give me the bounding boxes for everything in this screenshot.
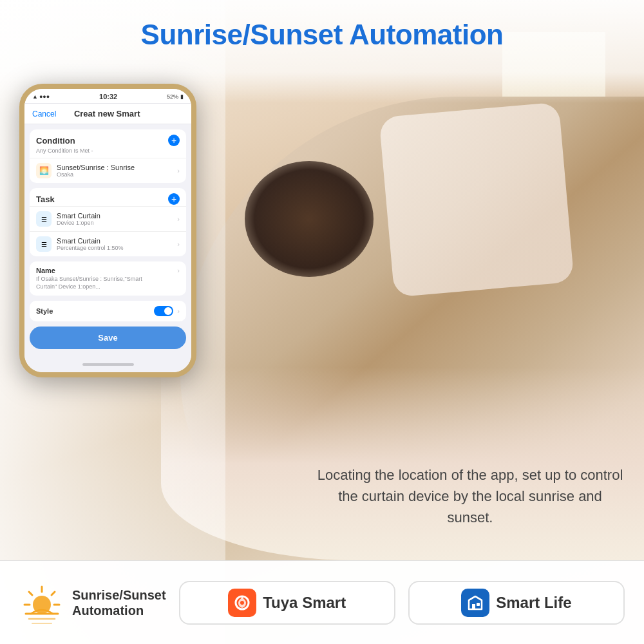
task-row-2-main: Smart Curtain [57,237,172,245]
style-chevron-icon: › [177,307,180,315]
condition-chevron-icon: › [177,167,180,175]
name-value: If Osaka Sunset/Sunrise : Sunrise,"Smart… [36,276,146,290]
phone-home-indicator [24,359,191,372]
condition-section: Condition + Any Condition Is Met - 🌅 Sun… [30,129,186,183]
phone-battery: 52% ▮ [167,93,184,100]
svg-line-2 [52,592,55,595]
page-title: Sunrise/Sunset Automation [0,13,644,57]
phone-status-bar: ▲●●● 10:32 52% ▮ [24,89,191,104]
tuya-smart-badge[interactable]: Tuya Smart [179,581,395,625]
name-section: Name If Osaka Sunset/Sunrise : Sunrise,"… [30,261,186,296]
task-row-1-main: Smart Curtain [57,212,172,220]
sunrise-automation-badge: Sunrise/Sunset Automation [19,580,166,625]
task-row-2-text: Smart Curtain Percentage control 1:50% [57,237,172,251]
task-add-button[interactable]: + [168,193,180,205]
task-title: Task [36,194,55,204]
phone-content: Condition + Any Condition Is Met - 🌅 Sun… [24,124,191,359]
task-row-1[interactable]: ☰ Smart Curtain Device 1:open › [30,206,186,231]
sunrise-condition-icon: 🌅 [36,163,52,178]
phone-time: 10:32 [50,93,167,100]
curtain-task-icon-2: ☰ [36,236,52,252]
home-bar [82,363,134,366]
condition-title: Condition [36,136,75,146]
condition-subtitle: Any Condition Is Met - [30,147,186,158]
tuya-app-icon [228,589,256,617]
phone-cancel-button[interactable]: Cancel [32,109,56,118]
name-label: Name [36,267,146,274]
task-section: Task + ☰ Smart Curtain Device 1:open › ☰ [30,188,186,256]
condition-row-sub: Osaka [57,171,172,178]
task-header: Task + [30,188,186,206]
task-row-1-sub: Device 1:open [57,220,172,226]
condition-header: Condition + [30,129,186,147]
phone-nav-title: Creat new Smart [74,109,140,118]
name-section-left: Name If Osaka Sunset/Sunrise : Sunrise,"… [36,267,146,290]
phone-mockup: ▲●●● 10:32 52% ▮ Cancel Creat new Smart [19,84,196,377]
style-toggle[interactable] [154,306,173,316]
smart-life-badge[interactable]: Smart Life [408,581,625,625]
curtain-task-icon-1: ☰ [36,211,52,227]
phone-frame: ▲●●● 10:32 52% ▮ Cancel Creat new Smart [19,84,196,377]
svg-rect-11 [477,603,480,606]
description-text: Locating the location of the app, set up… [316,464,625,528]
svg-line-4 [29,592,32,595]
task-row-2-sub: Percentage control 1:50% [57,245,172,251]
svg-point-10 [240,601,244,605]
condition-add-button[interactable]: + [168,135,180,146]
style-section: Style › [30,301,186,321]
tuya-app-name: Tuya Smart [263,594,346,612]
sunrise-icon [19,580,64,625]
sunrise-label: Sunrise/Sunset Automation [72,587,166,618]
smartlife-app-icon [461,589,489,617]
phone-nav-bar: Cancel Creat new Smart [24,104,191,124]
task-row-1-chevron-icon: › [177,215,180,223]
style-label: Style [36,307,53,315]
task-row-2[interactable]: ☰ Smart Curtain Percentage control 1:50%… [30,231,186,256]
task-row-1-text: Smart Curtain Device 1:open [57,212,172,226]
phone-signal: ▲●●● [32,93,50,100]
style-controls: › [154,306,180,316]
save-button[interactable]: Save [30,327,186,349]
phone-screen: ▲●●● 10:32 52% ▮ Cancel Creat new Smart [24,89,191,372]
condition-row[interactable]: 🌅 Sunset/Sunrise : Sunrise Osaka › [30,158,186,183]
condition-row-text: Sunset/Sunrise : Sunrise Osaka [57,164,172,178]
task-row-2-chevron-icon: › [177,240,180,248]
condition-row-main: Sunset/Sunrise : Sunrise [57,164,172,171]
bottom-bar: Sunrise/Sunset Automation Tuya Smart [0,560,644,644]
smartlife-app-name: Smart Life [496,594,571,612]
name-chevron-icon: › [177,267,180,274]
